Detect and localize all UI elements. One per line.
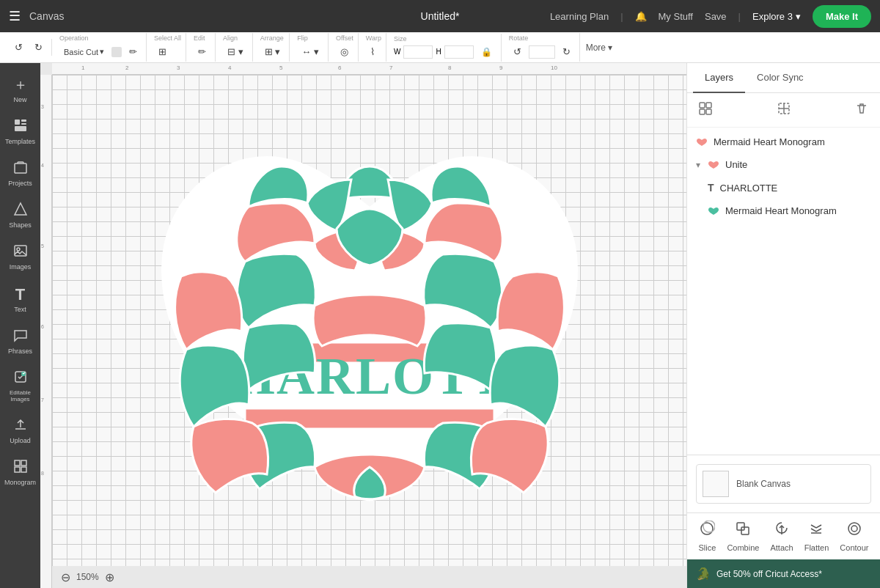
upload-icon (13, 417, 28, 436)
rotate-input[interactable] (529, 45, 555, 59)
arrange-label: Arrange (260, 34, 284, 42)
sidebar-item-phrases[interactable]: Phrases (2, 322, 39, 361)
unite-expand-icon[interactable]: ▾ (696, 160, 700, 170)
warp-section: Warp ⌇ (362, 33, 386, 62)
height-input[interactable] (444, 45, 474, 59)
top-navigation: ☰ Canvas Untitled* Learning Plan | 🔔 My … (0, 0, 880, 32)
width-label: W (394, 48, 400, 56)
edit-button[interactable]: ✏ (194, 43, 210, 60)
svg-marker-5 (15, 203, 26, 215)
rotate-ccw-button[interactable]: ↺ (509, 43, 526, 60)
sidebar-item-shapes[interactable]: Shapes (2, 196, 39, 235)
sidebar-item-text[interactable]: T Text (2, 279, 39, 319)
group-button[interactable] (696, 99, 715, 121)
nav-right: Learning Plan | 🔔 My Stuff Save | Explor… (550, 5, 871, 28)
undo-button[interactable]: ↺ (10, 39, 27, 56)
new-icon: ＋ (13, 75, 28, 95)
main-content: ＋ New Templates Projects Shapes Images (0, 63, 880, 588)
layer-item-unite[interactable]: ▾ Unite (687, 153, 880, 176)
svg-point-7 (17, 248, 20, 251)
arrange-section: Arrange ⊞ ▾ (256, 33, 290, 62)
contour-button[interactable]: Contour (840, 521, 868, 552)
sidebar-label-phrases: Phrases (8, 348, 32, 355)
align-label: Align (223, 34, 238, 42)
tab-color-sync[interactable]: Color Sync (745, 63, 815, 93)
delete-layer-button[interactable] (852, 99, 871, 121)
ruler-left: 3 4 5 6 7 8 (40, 75, 52, 588)
rotate-section: Rotate ↺ ↻ (505, 33, 580, 62)
slice-button[interactable]: Slice (699, 521, 716, 552)
attach-button[interactable]: Attach (770, 521, 793, 552)
my-stuff-link[interactable]: My Stuff (659, 11, 693, 22)
warp-button[interactable]: ⌇ (366, 43, 379, 60)
operation-color-btn[interactable] (111, 47, 122, 57)
sidebar-item-editable-images[interactable]: Editable Images (2, 364, 39, 408)
align-dropdown[interactable]: ⊟ ▾ (223, 43, 248, 60)
tab-layers[interactable]: Layers (693, 63, 745, 93)
ungroup-button[interactable] (774, 99, 793, 121)
sidebar-item-upload[interactable]: Upload (2, 411, 39, 450)
layer-icon-mermaid-2 (708, 206, 719, 216)
flatten-icon (808, 521, 824, 540)
rotate-cw-button[interactable]: ↻ (558, 43, 575, 60)
layer-item-mermaid-heart-2[interactable]: Mermaid Heart Monogram (687, 199, 880, 222)
layer-item-charlotte[interactable]: T CHARLOTTE (687, 176, 880, 199)
ruler-top: 1 2 3 4 5 6 7 8 9 10 (52, 63, 686, 75)
lock-aspect-button[interactable]: 🔒 (477, 44, 496, 60)
layer-name-mermaid-heart-2: Mermaid Heart Monogram (725, 205, 871, 216)
bell-icon[interactable]: 🔔 (635, 11, 647, 22)
sidebar-item-images[interactable]: Images (2, 238, 39, 276)
menu-icon[interactable]: ☰ (9, 8, 21, 24)
attach-label: Attach (770, 543, 793, 552)
blank-canvas-label: Blank Canvas (736, 479, 791, 489)
operation-dropdown[interactable]: Basic Cut ▾ (59, 44, 109, 59)
blank-canvas-box[interactable]: Blank Canvas (696, 464, 871, 504)
templates-icon (13, 118, 28, 136)
zoom-in-button[interactable]: ⊕ (105, 570, 114, 584)
make-it-button[interactable]: Make It (813, 5, 871, 28)
images-icon (13, 243, 28, 262)
edit-section: Edit ✏ (189, 33, 216, 62)
operation-label: Operation (59, 34, 89, 42)
redo-button[interactable]: ↻ (30, 39, 47, 56)
sidebar-label-upload: Upload (10, 437, 31, 444)
svg-rect-30 (741, 527, 749, 534)
canvas-background[interactable]: CHARLOTTE (52, 75, 686, 566)
flatten-label: Flatten (804, 543, 829, 552)
layer-item-mermaid-heart-1[interactable]: Mermaid Heart Monogram (687, 131, 880, 153)
flatten-button[interactable]: Flatten (804, 521, 829, 552)
select-all-section: Select All ⊞ (150, 33, 186, 62)
promo-bar[interactable]: 🐊 Get 50% off Cricut Access* (687, 559, 880, 588)
offset-button[interactable]: ◎ (336, 43, 353, 60)
design-container[interactable]: CHARLOTTE (91, 86, 648, 555)
arrange-dropdown[interactable]: ⊞ ▾ (260, 43, 285, 60)
sidebar-item-new[interactable]: ＋ New (2, 69, 39, 109)
explore-dropdown[interactable]: Explore 3 ▾ (752, 11, 801, 22)
toolbar: ↺ ↻ Operation Basic Cut ▾ ✏ Select All ⊞… (0, 32, 880, 63)
offset-section: Offset ◎ (331, 33, 359, 62)
select-all-button[interactable]: ⊞ (154, 43, 171, 60)
width-input[interactable] (403, 45, 433, 59)
save-link[interactable]: Save (705, 11, 727, 22)
learning-plan-link[interactable]: Learning Plan (550, 11, 609, 22)
layer-name-charlotte: CHARLOTTE (720, 183, 871, 194)
sidebar-item-monogram[interactable]: Monogram (2, 453, 39, 492)
sidebar-item-projects[interactable]: Projects (2, 154, 39, 193)
sidebar-item-templates[interactable]: Templates (2, 112, 39, 151)
flip-dropdown[interactable]: ↔ ▾ (297, 43, 323, 60)
explore-chevron-icon: ▾ (796, 11, 801, 22)
operation-edit-btn[interactable]: ✏ (125, 43, 142, 60)
canvas-area[interactable]: 1 2 3 4 5 6 7 8 9 10 3 4 5 6 7 8 (40, 63, 686, 588)
layer-icon-unite (708, 160, 719, 170)
sidebar-label-shapes: Shapes (9, 221, 32, 229)
layer-name-unite: Unite (725, 159, 871, 170)
mermaid-heart-design[interactable]: CHARLOTTE (120, 100, 619, 540)
more-button[interactable]: More ▾ (586, 43, 613, 53)
panel-tabs: Layers Color Sync (687, 63, 880, 93)
nav-separator-2: | (738, 11, 741, 22)
combine-button[interactable]: Combine (727, 521, 759, 552)
svg-rect-1 (21, 120, 26, 122)
sidebar-label-text: Text (14, 306, 26, 313)
zoom-out-button[interactable]: ⊖ (61, 570, 70, 584)
align-section: Align ⊟ ▾ (219, 33, 253, 62)
